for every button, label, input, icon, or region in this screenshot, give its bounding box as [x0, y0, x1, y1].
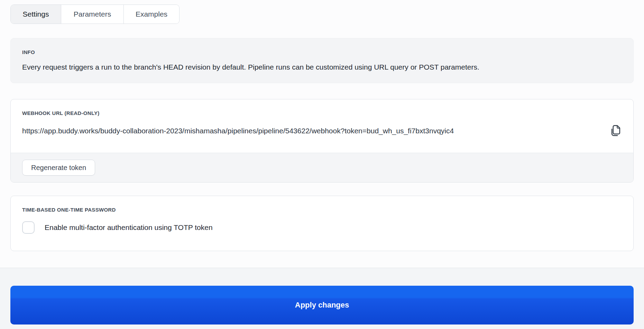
webhook-url-label: WEBHOOK URL (READ-ONLY) [22, 110, 622, 116]
settings-page: Settings Parameters Examples INFO Every … [0, 0, 644, 251]
tab-parameters[interactable]: Parameters [61, 5, 124, 24]
bottom-action-bar: Apply changes [0, 268, 644, 329]
webhook-url-value: https://app.buddy.works/buddy-collaborat… [22, 127, 454, 135]
regenerate-token-button[interactable]: Regenerate token [22, 160, 95, 176]
tab-examples-label: Examples [136, 10, 167, 18]
totp-checkbox-row: Enable multi-factor authentication using… [22, 221, 622, 234]
tab-settings-label: Settings [23, 10, 49, 18]
tab-examples[interactable]: Examples [124, 5, 179, 24]
totp-checkbox-label: Enable multi-factor authentication using… [45, 223, 213, 232]
info-panel-label: INFO [22, 49, 622, 55]
apply-changes-button[interactable]: Apply changes [10, 286, 634, 324]
webhook-card-body: WEBHOOK URL (READ-ONLY) https://app.budd… [11, 99, 633, 153]
info-panel-text: Every request triggers a run to the bran… [22, 63, 622, 71]
webhook-card-footer: Regenerate token [11, 153, 633, 182]
info-panel: INFO Every request triggers a run to the… [10, 38, 634, 83]
totp-checkbox[interactable] [22, 221, 35, 234]
totp-card: TIME-BASED ONE-TIME PASSWORD Enable mult… [10, 196, 634, 251]
copy-icon [610, 124, 622, 137]
tab-parameters-label: Parameters [74, 10, 111, 18]
tab-settings[interactable]: Settings [11, 5, 61, 24]
totp-label: TIME-BASED ONE-TIME PASSWORD [22, 207, 622, 213]
copy-url-button[interactable] [609, 125, 622, 137]
tab-bar: Settings Parameters Examples [10, 5, 180, 24]
webhook-url-row: https://app.buddy.works/buddy-collaborat… [22, 125, 622, 137]
webhook-card: WEBHOOK URL (READ-ONLY) https://app.budd… [10, 99, 634, 183]
